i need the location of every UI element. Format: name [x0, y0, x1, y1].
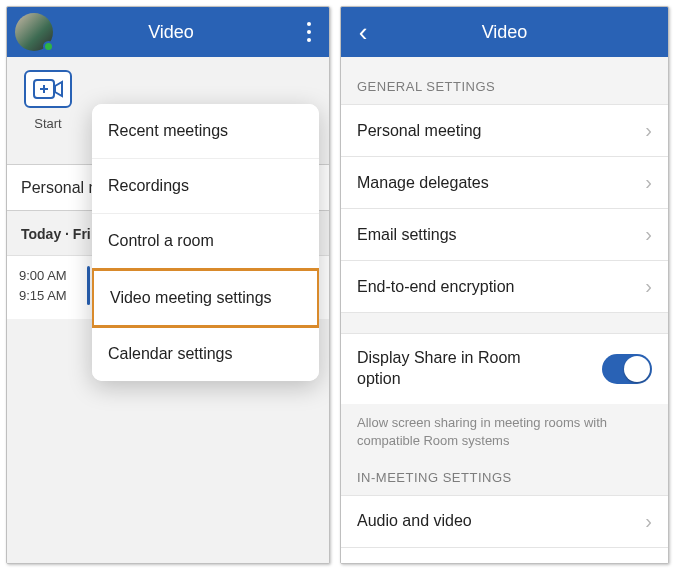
section-header-inmeeting: IN-MEETING SETTINGS: [341, 458, 668, 495]
right-header-title: Video: [385, 22, 624, 43]
left-phone: Video Start Personal m Today · Fri: [6, 6, 330, 564]
toggle-label: Display Share in Room option: [357, 348, 557, 390]
row-label: Personal meeting: [357, 122, 482, 140]
chevron-left-icon: ‹: [359, 17, 368, 48]
section-header-general: GENERAL SETTINGS: [341, 57, 668, 104]
row-end-to-end-encryption[interactable]: End-to-end encryption ›: [341, 261, 668, 313]
event-times: 9:00 AM 9:15 AM: [19, 266, 87, 305]
group-inmeeting: Audio and video › Virtual background ›: [341, 495, 668, 563]
toggle-knob-icon: [624, 356, 650, 382]
start-label: Start: [19, 116, 77, 131]
left-header-title: Video: [53, 22, 289, 43]
start-tile[interactable]: Start: [19, 70, 77, 131]
today-label: Today · Fri: [21, 226, 91, 242]
row-label: Manage delegates: [357, 174, 489, 192]
group-general: Personal meeting › Manage delegates › Em…: [341, 104, 668, 313]
chevron-right-icon: ›: [645, 119, 652, 142]
row-virtual-background[interactable]: Virtual background ›: [341, 548, 668, 563]
chevron-right-icon: ›: [645, 275, 652, 298]
back-button[interactable]: ‹: [341, 7, 385, 57]
chevron-right-icon: ›: [645, 223, 652, 246]
kebab-icon: [307, 20, 311, 44]
chevron-right-icon: ›: [645, 171, 652, 194]
more-menu-button[interactable]: [289, 7, 329, 57]
right-body: GENERAL SETTINGS Personal meeting › Mana…: [341, 57, 668, 563]
row-personal-meeting[interactable]: Personal meeting ›: [341, 104, 668, 157]
personal-meeting-label: Personal m: [21, 179, 102, 197]
spacer: [341, 313, 668, 333]
event-end-time: 9:15 AM: [19, 286, 87, 306]
row-label: End-to-end encryption: [357, 278, 514, 296]
event-accent-bar: [87, 266, 90, 305]
right-header: ‹ Video: [341, 7, 668, 57]
row-audio-and-video[interactable]: Audio and video ›: [341, 495, 668, 548]
left-body: Start Personal m Today · Fri 9:00 AM 9:1…: [7, 57, 329, 563]
row-manage-delegates[interactable]: Manage delegates ›: [341, 157, 668, 209]
row-display-share-in-room: Display Share in Room option: [341, 333, 668, 404]
right-phone: ‹ Video GENERAL SETTINGS Personal meetin…: [340, 6, 669, 564]
menu-item-recent-meetings[interactable]: Recent meetings: [92, 104, 319, 159]
menu-item-control-a-room[interactable]: Control a room: [92, 214, 319, 269]
chevron-right-icon: ›: [645, 562, 652, 563]
menu-item-recordings[interactable]: Recordings: [92, 159, 319, 214]
presence-dot-icon: [43, 41, 54, 52]
row-email-settings[interactable]: Email settings ›: [341, 209, 668, 261]
left-header: Video: [7, 7, 329, 57]
menu-item-calendar-settings[interactable]: Calendar settings: [92, 327, 319, 381]
camera-plus-icon: [24, 70, 72, 108]
menu-item-video-meeting-settings[interactable]: Video meeting settings: [92, 268, 319, 328]
row-label: Email settings: [357, 226, 457, 244]
row-label: Audio and video: [357, 512, 472, 530]
display-share-toggle[interactable]: [602, 354, 652, 384]
event-start-time: 9:00 AM: [19, 266, 87, 286]
chevron-right-icon: ›: [645, 510, 652, 533]
toggle-helper-text: Allow screen sharing in meeting rooms wi…: [341, 404, 668, 458]
avatar[interactable]: [15, 13, 53, 51]
overflow-menu: Recent meetings Recordings Control a roo…: [92, 104, 319, 381]
